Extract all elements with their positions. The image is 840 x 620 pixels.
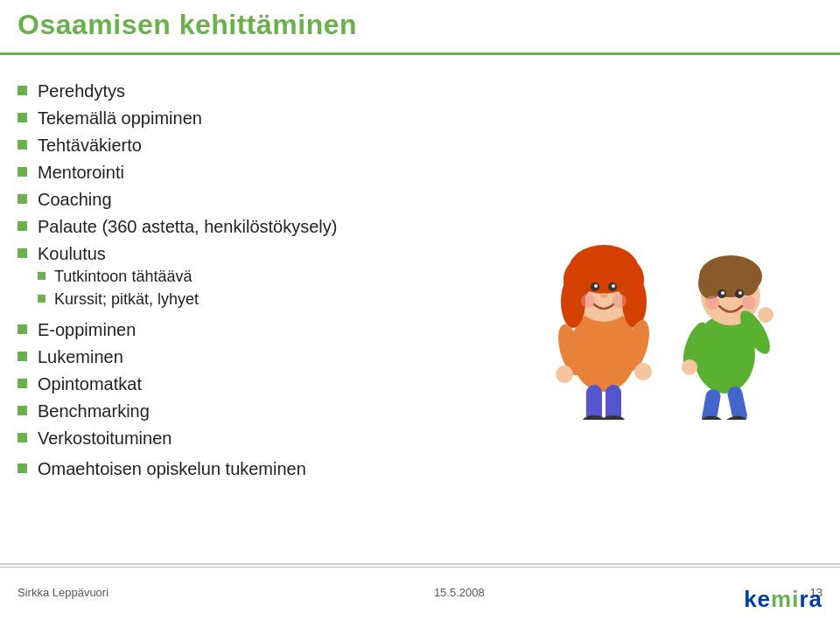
svg-point-17: [634, 363, 652, 380]
svg-rect-38: [726, 385, 748, 420]
svg-point-21: [601, 415, 626, 420]
svg-point-32: [742, 296, 756, 310]
sub-list-item: Tutkintoon tähtäävä: [38, 268, 199, 286]
svg-point-30: [738, 291, 742, 295]
svg-point-11: [600, 293, 607, 298]
logo-text: kemira: [744, 586, 822, 612]
svg-rect-37: [701, 388, 722, 420]
slide-container: Osaamisen kehittäminen Perehdytys Tekemä…: [0, 0, 840, 620]
svg-point-16: [556, 366, 573, 383]
bullet-icon: [18, 167, 27, 177]
bullet-icon: [18, 248, 27, 258]
characters-svg: [508, 175, 805, 420]
sub-list: Tutkintoon tähtäävä Kurssit; pitkät, lyh…: [38, 268, 199, 309]
sub-bullet-icon: [38, 295, 46, 303]
svg-point-9: [594, 284, 598, 288]
footer: Sirkka Leppävuori 15.5.2008 13 kemira: [0, 563, 840, 620]
bullet-icon: [18, 140, 27, 150]
sub-bullet-icon: [38, 272, 46, 280]
illustration-area: [508, 175, 805, 420]
svg-point-12: [581, 294, 595, 308]
bullet-icon: [18, 352, 27, 361]
svg-rect-18: [586, 385, 602, 420]
list-item: Tekemällä oppiminen: [18, 108, 822, 129]
bullet-icon: [18, 406, 27, 415]
svg-rect-19: [606, 385, 621, 420]
svg-point-10: [612, 284, 615, 288]
bullet-icon: [18, 379, 27, 388]
bullet-icon: [18, 324, 27, 334]
bullet-icon: [18, 86, 27, 95]
bullet-icon: [18, 463, 27, 473]
bullet-icon: [18, 113, 27, 122]
footer-date: 15.5.2008: [434, 586, 485, 599]
svg-point-36: [758, 307, 774, 323]
title-area: Osaamisen kehittäminen: [18, 9, 822, 41]
list-item: Tehtäväkierto: [18, 136, 822, 156]
svg-point-13: [612, 294, 626, 308]
bullet-icon: [18, 433, 27, 442]
list-item: Perehdytys: [18, 81, 822, 101]
kemira-logo: kemira: [744, 586, 822, 613]
bullet-icon: [18, 221, 27, 231]
slide-title: Osaamisen kehittäminen: [18, 9, 822, 41]
sub-list-item: Kurssit; pitkät, lyhyet: [38, 290, 199, 309]
footer-author: Sirkka Leppävuori: [18, 586, 108, 599]
svg-point-31: [705, 296, 719, 310]
omaehtoinen-item: Omaehtoisen opiskelun tukeminen: [18, 459, 822, 479]
svg-point-29: [721, 291, 724, 295]
top-border: [0, 52, 840, 55]
svg-point-35: [682, 359, 697, 375]
bullet-icon: [18, 194, 27, 204]
list-item: Verkostoituminen: [18, 428, 822, 449]
